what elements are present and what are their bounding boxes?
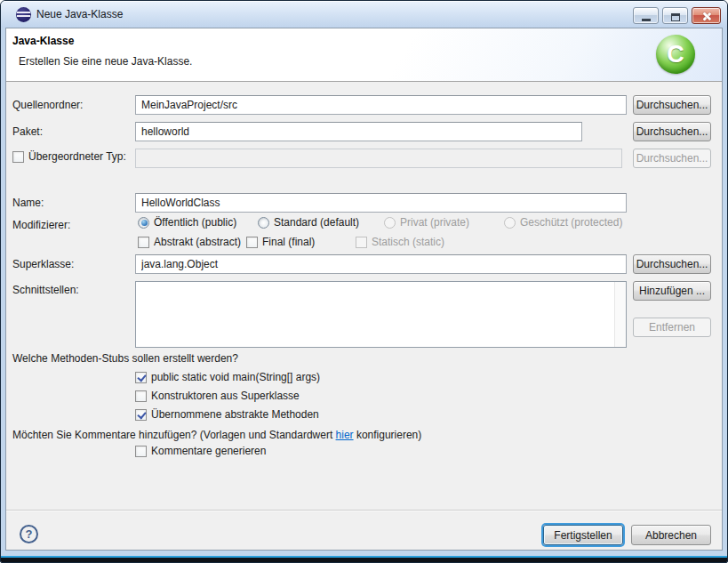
enclosing-type-input[interactable] (135, 149, 622, 168)
footer-separator (6, 510, 722, 511)
cancel-button[interactable]: Abbrechen (631, 525, 711, 545)
modifiers-label: Modifizierer: (12, 219, 70, 231)
package-input[interactable] (135, 122, 582, 141)
interfaces-remove-button[interactable]: Entfernen (633, 318, 711, 337)
enclosing-type-label: Übergeordneter Typ: (28, 150, 126, 163)
dialog-body: Java-Klasse Erstellen Sie eine neue Java… (5, 28, 723, 551)
superclass-browse-button[interactable]: Durchsuchen... (633, 254, 711, 274)
window-title: Neue Java-Klasse (36, 1, 123, 28)
checkbox-icon (138, 237, 149, 248)
package-browse-button[interactable]: Durchsuchen... (633, 122, 711, 141)
wizard-header: Java-Klasse Erstellen Sie eine neue Java… (6, 28, 722, 82)
help-button[interactable]: ? (20, 525, 38, 543)
checkbox-icon (135, 446, 147, 457)
help-icon: ? (26, 527, 33, 541)
titlebar[interactable]: Neue Java-Klasse (1, 1, 727, 28)
minimize-button[interactable] (633, 7, 659, 24)
radio-default[interactable]: Standard (default) (258, 216, 359, 229)
comments-question-suffix: konfigurieren) (354, 429, 422, 441)
name-label: Name: (12, 197, 44, 209)
superclass-label: Superklasse: (12, 258, 74, 270)
method-stubs-question: Welche Methoden-Stubs sollen erstellt we… (12, 352, 238, 365)
enclosing-type-checkbox[interactable]: Übergeordneter Typ: (12, 150, 126, 163)
radio-icon (258, 217, 269, 229)
source-folder-browse-button[interactable]: Durchsuchen... (633, 95, 711, 115)
enclosing-type-browse-button[interactable]: Durchsuchen... (633, 149, 711, 168)
interfaces-add-button[interactable]: Hinzufügen ... (633, 281, 711, 301)
wizard-title: Java-Klasse (12, 35, 74, 47)
eclipse-icon (16, 7, 31, 22)
configure-templates-link[interactable]: hier (336, 429, 354, 441)
checkbox-icon (135, 409, 147, 421)
checkbox-icon (135, 390, 147, 402)
class-name-input[interactable] (135, 193, 627, 213)
source-folder-label: Quellenordner: (12, 99, 83, 111)
radio-public[interactable]: Öffentlich (public) (138, 216, 236, 229)
java-class-icon: C (656, 35, 695, 74)
close-button[interactable] (692, 7, 721, 24)
maximize-button[interactable] (662, 7, 688, 24)
interfaces-list-scrollbar[interactable] (614, 282, 626, 347)
close-icon (701, 12, 711, 21)
class-icon-letter: C (667, 43, 684, 67)
checkbox-static[interactable]: Statisch (static) (356, 236, 444, 248)
window-bottom-edge (1, 558, 727, 562)
checkbox-icon (135, 372, 147, 383)
checkbox-icon (356, 237, 367, 248)
radio-icon (504, 217, 516, 229)
checkbox-icon (12, 151, 24, 163)
checkbox-constructors[interactable]: Konstruktoren aus Superklasse (135, 390, 300, 402)
new-java-class-dialog: Neue Java-Klasse Java-Klasse Erstellen S… (0, 0, 728, 563)
comments-question-prefix: Möchten Sie Kommentare hinzufügen? (Vorl… (12, 429, 336, 441)
checkbox-icon (246, 237, 258, 248)
checkbox-final[interactable]: Final (final) (246, 236, 315, 248)
comments-question: Möchten Sie Kommentare hinzufügen? (Vorl… (12, 429, 421, 441)
maximize-icon (671, 13, 680, 21)
checkbox-abstract[interactable]: Abstrakt (abstract) (138, 236, 241, 248)
package-label: Paket: (12, 125, 43, 138)
wizard-description: Erstellen Sie eine neue Java-Klasse. (19, 55, 192, 68)
checkbox-main-method[interactable]: public static void main(String[] args) (135, 371, 320, 383)
checkbox-generate-comments[interactable]: Kommentare generieren (135, 445, 266, 457)
interfaces-list[interactable] (135, 281, 627, 348)
superclass-input[interactable] (135, 254, 627, 274)
radio-private[interactable]: Privat (private) (384, 216, 469, 229)
window-controls (633, 7, 721, 24)
interfaces-label: Schnittstellen: (12, 284, 79, 296)
radio-protected[interactable]: Geschützt (protected) (504, 216, 622, 229)
source-folder-input[interactable] (135, 95, 627, 115)
radio-icon (138, 217, 149, 229)
minimize-icon (642, 19, 651, 21)
finish-button[interactable]: Fertigstellen (543, 525, 623, 545)
checkbox-inherited-abstract[interactable]: Übernommene abstrakte Methoden (135, 408, 319, 421)
radio-icon (384, 217, 396, 229)
